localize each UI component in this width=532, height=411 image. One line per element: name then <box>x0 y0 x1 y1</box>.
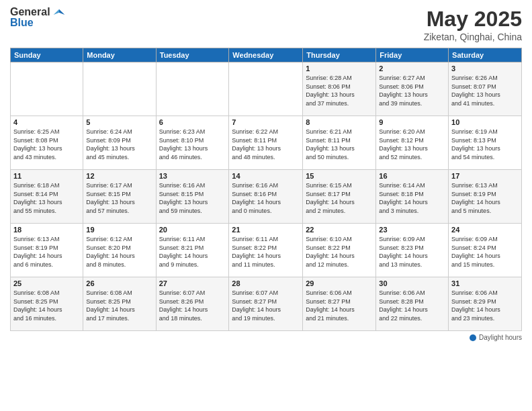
day-info: Sunrise: 6:15 AM Sunset: 8:17 PM Dayligh… <box>306 181 373 215</box>
header-day-thursday: Thursday <box>303 48 376 62</box>
header-day-tuesday: Tuesday <box>156 48 229 62</box>
day-info: Sunrise: 6:10 AM Sunset: 8:22 PM Dayligh… <box>306 235 373 269</box>
day-info: Sunrise: 6:16 AM Sunset: 8:16 PM Dayligh… <box>232 181 300 215</box>
day-cell: 13Sunrise: 6:16 AM Sunset: 8:15 PM Dayli… <box>156 170 229 224</box>
logo-general: General <box>10 7 50 17</box>
day-cell: 19Sunrise: 6:12 AM Sunset: 8:20 PM Dayli… <box>83 224 156 277</box>
day-number: 12 <box>86 172 152 180</box>
day-cell: 10Sunrise: 6:19 AM Sunset: 8:13 PM Dayli… <box>449 116 522 170</box>
day-cell: 11Sunrise: 6:18 AM Sunset: 8:14 PM Dayli… <box>11 170 83 224</box>
week-row-1: 1Sunrise: 6:28 AM Sunset: 8:06 PM Daylig… <box>11 62 522 116</box>
calendar-footer: Daylight hours <box>10 334 522 341</box>
day-info: Sunrise: 6:06 AM Sunset: 8:28 PM Dayligh… <box>379 289 445 322</box>
day-number: 13 <box>159 172 226 180</box>
footer-daylight: Daylight hours <box>470 334 522 341</box>
calendar-table: SundayMondayTuesdayWednesdayThursdayFrid… <box>10 48 522 331</box>
day-cell: 18Sunrise: 6:13 AM Sunset: 8:19 PM Dayli… <box>11 224 83 277</box>
day-info: Sunrise: 6:08 AM Sunset: 8:25 PM Dayligh… <box>86 289 152 322</box>
day-info: Sunrise: 6:13 AM Sunset: 8:19 PM Dayligh… <box>451 181 519 215</box>
day-number: 28 <box>232 279 300 287</box>
day-info: Sunrise: 6:11 AM Sunset: 8:21 PM Dayligh… <box>159 235 226 269</box>
day-cell: 30Sunrise: 6:06 AM Sunset: 8:28 PM Dayli… <box>376 277 449 331</box>
day-info: Sunrise: 6:17 AM Sunset: 8:15 PM Dayligh… <box>86 181 152 215</box>
day-cell: 8Sunrise: 6:21 AM Sunset: 8:11 PM Daylig… <box>303 116 376 170</box>
day-number: 7 <box>232 118 300 126</box>
day-number: 19 <box>86 226 152 234</box>
logo: General Blue <box>10 7 66 28</box>
day-info: Sunrise: 6:20 AM Sunset: 8:12 PM Dayligh… <box>379 128 445 161</box>
day-info: Sunrise: 6:09 AM Sunset: 8:23 PM Dayligh… <box>379 235 445 269</box>
day-info: Sunrise: 6:27 AM Sunset: 8:06 PM Dayligh… <box>379 74 445 107</box>
day-number: 6 <box>159 118 226 126</box>
day-cell: 5Sunrise: 6:24 AM Sunset: 8:09 PM Daylig… <box>83 116 156 170</box>
main-title: May 2025 <box>424 7 522 32</box>
header-day-friday: Friday <box>376 48 449 62</box>
week-row-5: 25Sunrise: 6:08 AM Sunset: 8:25 PM Dayli… <box>11 277 522 331</box>
day-info: Sunrise: 6:16 AM Sunset: 8:15 PM Dayligh… <box>159 181 226 215</box>
day-info: Sunrise: 6:06 AM Sunset: 8:27 PM Dayligh… <box>306 289 373 322</box>
day-number: 15 <box>306 172 373 180</box>
day-cell: 31Sunrise: 6:06 AM Sunset: 8:29 PM Dayli… <box>449 277 522 331</box>
day-info: Sunrise: 6:22 AM Sunset: 8:11 PM Dayligh… <box>232 128 300 161</box>
day-number: 8 <box>306 118 373 126</box>
week-row-3: 11Sunrise: 6:18 AM Sunset: 8:14 PM Dayli… <box>11 170 522 224</box>
day-cell: 26Sunrise: 6:08 AM Sunset: 8:25 PM Dayli… <box>83 277 156 331</box>
day-number: 20 <box>159 226 226 234</box>
day-number: 22 <box>306 226 373 234</box>
day-cell: 23Sunrise: 6:09 AM Sunset: 8:23 PM Dayli… <box>376 224 449 277</box>
calendar-header: SundayMondayTuesdayWednesdayThursdayFrid… <box>11 48 522 62</box>
logo-icon <box>52 8 66 21</box>
header-row: SundayMondayTuesdayWednesdayThursdayFrid… <box>11 48 522 62</box>
day-cell: 9Sunrise: 6:20 AM Sunset: 8:12 PM Daylig… <box>376 116 449 170</box>
day-number: 31 <box>451 279 519 287</box>
day-info: Sunrise: 6:25 AM Sunset: 8:08 PM Dayligh… <box>13 128 80 161</box>
day-number: 21 <box>232 226 300 234</box>
day-number: 24 <box>451 226 519 234</box>
day-number: 5 <box>86 118 152 126</box>
day-cell: 15Sunrise: 6:15 AM Sunset: 8:17 PM Dayli… <box>303 170 376 224</box>
day-number: 27 <box>159 279 226 287</box>
day-number: 25 <box>13 279 80 287</box>
day-cell: 7Sunrise: 6:22 AM Sunset: 8:11 PM Daylig… <box>229 116 303 170</box>
day-cell: 29Sunrise: 6:06 AM Sunset: 8:27 PM Dayli… <box>303 277 376 331</box>
day-info: Sunrise: 6:07 AM Sunset: 8:27 PM Dayligh… <box>232 289 300 322</box>
day-cell: 28Sunrise: 6:07 AM Sunset: 8:27 PM Dayli… <box>229 277 303 331</box>
day-cell <box>156 62 229 116</box>
day-number: 4 <box>13 118 80 126</box>
logo-blue: Blue <box>10 17 50 28</box>
header: General Blue May 2025 Ziketan, Qinghai, … <box>10 7 522 42</box>
day-number: 30 <box>379 279 445 287</box>
daylight-label: Daylight hours <box>479 334 522 341</box>
day-info: Sunrise: 6:14 AM Sunset: 8:18 PM Dayligh… <box>379 181 445 215</box>
day-cell: 12Sunrise: 6:17 AM Sunset: 8:15 PM Dayli… <box>83 170 156 224</box>
day-number: 23 <box>379 226 445 234</box>
day-info: Sunrise: 6:26 AM Sunset: 8:07 PM Dayligh… <box>451 74 519 107</box>
day-info: Sunrise: 6:18 AM Sunset: 8:14 PM Dayligh… <box>13 181 80 215</box>
header-day-wednesday: Wednesday <box>229 48 303 62</box>
day-info: Sunrise: 6:23 AM Sunset: 8:10 PM Dayligh… <box>159 128 226 161</box>
day-info: Sunrise: 6:07 AM Sunset: 8:26 PM Dayligh… <box>159 289 226 322</box>
day-info: Sunrise: 6:21 AM Sunset: 8:11 PM Dayligh… <box>306 128 373 161</box>
day-cell: 22Sunrise: 6:10 AM Sunset: 8:22 PM Dayli… <box>303 224 376 277</box>
header-day-sunday: Sunday <box>11 48 83 62</box>
title-block: May 2025 Ziketan, Qinghai, China <box>424 7 522 42</box>
day-info: Sunrise: 6:11 AM Sunset: 8:22 PM Dayligh… <box>232 235 300 269</box>
day-info: Sunrise: 6:19 AM Sunset: 8:13 PM Dayligh… <box>451 128 519 161</box>
day-cell: 14Sunrise: 6:16 AM Sunset: 8:16 PM Dayli… <box>229 170 303 224</box>
day-cell <box>229 62 303 116</box>
day-number: 1 <box>306 64 373 73</box>
day-cell: 25Sunrise: 6:08 AM Sunset: 8:25 PM Dayli… <box>11 277 83 331</box>
week-row-4: 18Sunrise: 6:13 AM Sunset: 8:19 PM Dayli… <box>11 224 522 277</box>
day-info: Sunrise: 6:09 AM Sunset: 8:24 PM Dayligh… <box>451 235 519 269</box>
daylight-dot <box>470 334 476 341</box>
day-info: Sunrise: 6:08 AM Sunset: 8:25 PM Dayligh… <box>13 289 80 322</box>
day-cell: 24Sunrise: 6:09 AM Sunset: 8:24 PM Dayli… <box>449 224 522 277</box>
subtitle: Ziketan, Qinghai, China <box>424 32 522 42</box>
header-day-monday: Monday <box>83 48 156 62</box>
day-info: Sunrise: 6:13 AM Sunset: 8:19 PM Dayligh… <box>13 235 80 269</box>
day-cell: 20Sunrise: 6:11 AM Sunset: 8:21 PM Dayli… <box>156 224 229 277</box>
day-number: 26 <box>86 279 152 287</box>
day-number: 18 <box>13 226 80 234</box>
day-cell: 1Sunrise: 6:28 AM Sunset: 8:06 PM Daylig… <box>303 62 376 116</box>
header-day-saturday: Saturday <box>449 48 522 62</box>
